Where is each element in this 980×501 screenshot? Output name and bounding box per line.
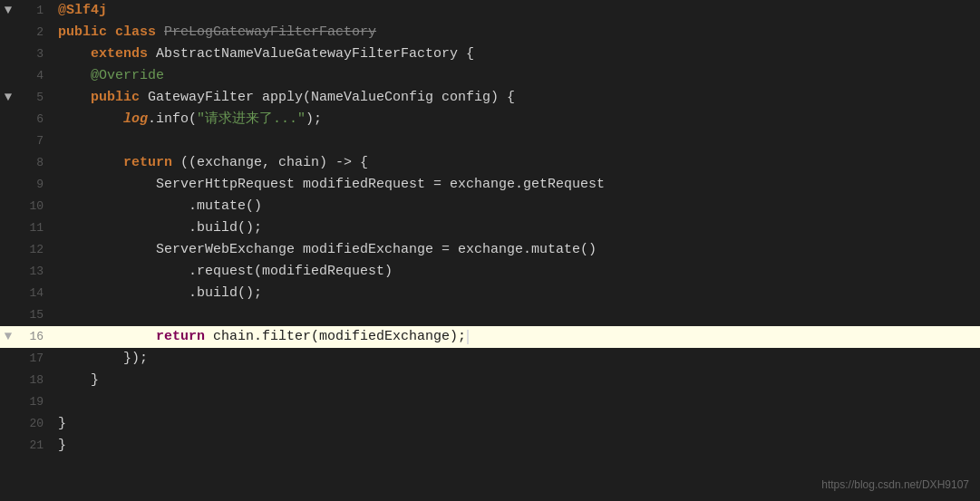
code-line: 17 }); bbox=[0, 348, 980, 370]
line-arrow: ▼ bbox=[0, 1, 16, 21]
code-line: 12 ServerWebExchange modifiedExchange = … bbox=[0, 239, 980, 261]
line-number: 5 bbox=[16, 89, 53, 107]
code-line: 18 } bbox=[0, 370, 980, 391]
line-arrow: ▼ bbox=[0, 327, 16, 347]
code-line: 2public class PreLogGatewayFilterFactory bbox=[0, 22, 980, 43]
line-text: ServerWebExchange modifiedExchange = exc… bbox=[53, 239, 980, 260]
line-text bbox=[53, 130, 980, 151]
code-line: 14 .build(); bbox=[0, 283, 980, 304]
code-line: 11 .build(); bbox=[0, 217, 980, 239]
line-text: } bbox=[53, 413, 980, 434]
line-text: public class PreLogGatewayFilterFactory bbox=[53, 22, 980, 43]
line-number: 17 bbox=[16, 350, 53, 368]
line-text: extends AbstractNameValueGatewayFilterFa… bbox=[53, 43, 980, 64]
line-number: 19 bbox=[16, 393, 53, 411]
line-text: .build(); bbox=[53, 217, 980, 238]
line-text: } bbox=[53, 370, 980, 390]
line-text: return ((exchange, chain) -> { bbox=[53, 152, 980, 173]
text-cursor bbox=[467, 330, 469, 344]
line-number: 11 bbox=[16, 219, 53, 237]
line-text: .build(); bbox=[53, 283, 980, 303]
line-number: 4 bbox=[16, 67, 53, 85]
line-number: 14 bbox=[16, 284, 53, 303]
code-line: ▼1@Slf4j bbox=[0, 0, 980, 22]
line-number: 1 bbox=[16, 2, 53, 20]
line-number: 12 bbox=[16, 241, 53, 259]
code-line: 7 bbox=[0, 130, 980, 152]
line-text: } bbox=[53, 435, 980, 456]
code-line: 6 log.info("请求进来了..."); bbox=[0, 109, 980, 130]
code-line: 13 .request(modifiedRequest) bbox=[0, 261, 980, 283]
line-number: 15 bbox=[16, 306, 53, 324]
line-number: 13 bbox=[16, 263, 53, 281]
line-number: 7 bbox=[16, 132, 53, 150]
line-number: 3 bbox=[16, 45, 53, 63]
line-arrow: ▼ bbox=[0, 88, 16, 108]
code-line: 3 extends AbstractNameValueGatewayFilter… bbox=[0, 43, 980, 65]
code-line: 15 bbox=[0, 304, 980, 326]
line-text bbox=[53, 304, 980, 325]
line-text: ServerHttpRequest modifiedRequest = exch… bbox=[53, 174, 980, 195]
line-number: 18 bbox=[16, 371, 53, 390]
line-number: 2 bbox=[16, 24, 53, 42]
line-text bbox=[53, 391, 980, 412]
line-text: @Slf4j bbox=[53, 0, 980, 21]
code-line: 20} bbox=[0, 413, 980, 435]
line-number: 16 bbox=[16, 328, 53, 346]
line-number: 21 bbox=[16, 437, 53, 455]
code-editor: ▼1@Slf4j2public class PreLogGatewayFilte… bbox=[0, 0, 980, 501]
line-number: 10 bbox=[16, 198, 53, 216]
code-line: 10 .mutate() bbox=[0, 196, 980, 217]
line-text: .request(modifiedRequest) bbox=[53, 261, 980, 282]
code-line: 19 bbox=[0, 391, 980, 413]
code-line: ▼5 public GatewayFilter apply(NameValueC… bbox=[0, 87, 980, 109]
line-text: return chain.filter(modifiedExchange); bbox=[53, 326, 980, 347]
code-line: 4 @Override bbox=[0, 65, 980, 87]
watermark: https://blog.csdn.net/DXH9107 bbox=[821, 477, 969, 494]
code-line: 8 return ((exchange, chain) -> { bbox=[0, 152, 980, 174]
code-line: 9 ServerHttpRequest modifiedRequest = ex… bbox=[0, 174, 980, 196]
line-text: public GatewayFilter apply(NameValueConf… bbox=[53, 87, 980, 108]
code-line: ▼16 return chain.filter(modifiedExchange… bbox=[0, 326, 980, 348]
line-number: 9 bbox=[16, 176, 53, 194]
line-text: }); bbox=[53, 348, 980, 369]
line-text: @Override bbox=[53, 65, 980, 86]
line-number: 8 bbox=[16, 154, 53, 172]
line-number: 20 bbox=[16, 415, 53, 433]
line-number: 6 bbox=[16, 111, 53, 129]
code-line: 21} bbox=[0, 435, 980, 457]
line-text: .mutate() bbox=[53, 196, 980, 217]
line-text: log.info("请求进来了..."); bbox=[53, 109, 980, 130]
